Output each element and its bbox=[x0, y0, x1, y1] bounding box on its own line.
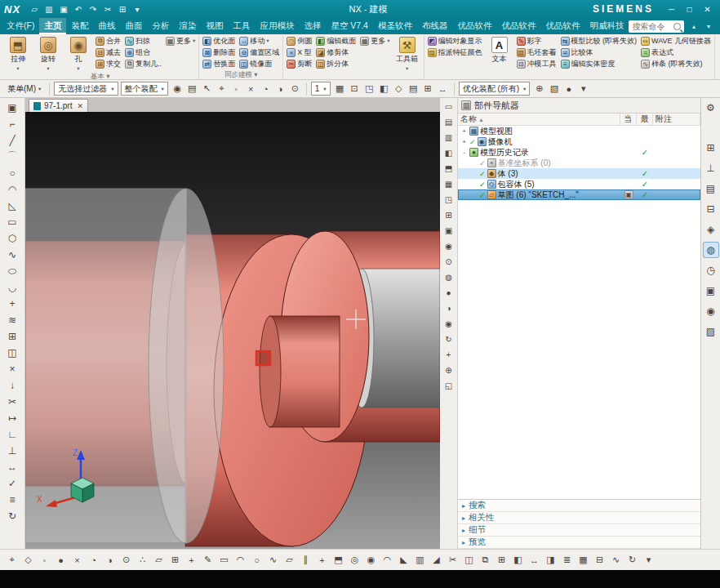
intersection-point-snap-icon[interactable]: × bbox=[69, 552, 85, 568]
open-icon[interactable]: ▥ bbox=[42, 2, 56, 16]
menu-tab-6[interactable]: 渲染 bbox=[174, 18, 201, 34]
layer-visible-icon[interactable]: ⬒ bbox=[442, 162, 456, 176]
viewport-3d[interactable]: Z X bbox=[25, 112, 440, 549]
work-view-icon[interactable]: ⊞ bbox=[442, 208, 456, 222]
customize-quick-access-icon[interactable]: ▾ bbox=[131, 2, 144, 16]
process-studio-icon[interactable]: ▣ bbox=[704, 283, 718, 298]
tree-expander-icon[interactable]: - bbox=[460, 149, 468, 156]
first-level-icon[interactable]: ▤ bbox=[407, 82, 420, 96]
part-navigator-icon[interactable]: ▤ bbox=[704, 181, 718, 196]
select-highlight-icon[interactable]: ◉ bbox=[171, 82, 184, 96]
control-point-snap-icon[interactable]: ● bbox=[53, 552, 69, 568]
quadrant-point-snap-icon[interactable]: ◑ bbox=[102, 552, 118, 568]
tab-close-icon[interactable]: ✕ bbox=[75, 102, 83, 110]
column-name[interactable]: 名称 ▲ bbox=[458, 114, 620, 125]
wireframe-mode-icon[interactable]: ◇ bbox=[392, 82, 406, 96]
snapshot-icon[interactable]: ▣ bbox=[442, 224, 456, 238]
minimize-ribbon-icon[interactable]: ▴ bbox=[687, 20, 700, 33]
close-button[interactable]: ✕ bbox=[699, 2, 716, 16]
graphics-viewport[interactable]: Z X bbox=[25, 112, 440, 549]
chamfer-tool-icon[interactable]: ◣ bbox=[396, 552, 411, 568]
intersection-point-icon[interactable]: × bbox=[5, 361, 20, 376]
pan-view-icon[interactable]: + bbox=[442, 348, 456, 362]
expression-button[interactable]: =表达式 bbox=[639, 47, 713, 58]
show-constraints-icon[interactable]: ✓ bbox=[5, 475, 20, 491]
quick-trim-icon[interactable]: ✂ bbox=[5, 394, 20, 409]
dialog-rail-icon[interactable]: ▥ bbox=[442, 131, 456, 145]
redo-icon[interactable]: ↷ bbox=[87, 2, 100, 16]
spline-tool-icon[interactable]: ∿ bbox=[265, 552, 281, 568]
edit-section-button[interactable]: ◧编辑截面 bbox=[314, 35, 358, 47]
existing-point-snap-icon[interactable]: ∴ bbox=[135, 552, 150, 568]
column-note[interactable]: 附注 bbox=[653, 114, 700, 125]
revolve-tool-icon[interactable]: ◎ bbox=[347, 552, 362, 568]
ribbon-options-icon[interactable]: ▾ bbox=[702, 20, 715, 33]
bounded-point-snap-icon[interactable]: + bbox=[184, 552, 199, 568]
visibility-check-icon[interactable]: ✓ bbox=[479, 159, 486, 167]
datum-axis-icon[interactable]: ∥ bbox=[298, 552, 313, 568]
selection-scope-dropdown[interactable]: 整个装配 ▾ bbox=[121, 82, 168, 96]
sweep-button[interactable]: ∿扫掠 bbox=[123, 35, 163, 47]
assembly-navigator-icon[interactable]: ⊞ bbox=[704, 140, 718, 155]
view-triad-icon[interactable]: ◳ bbox=[442, 193, 456, 207]
shaded-mode-icon[interactable]: ◧ bbox=[377, 82, 391, 96]
orient-view-icon[interactable]: ◳ bbox=[362, 82, 376, 96]
circle-tool-icon[interactable]: ○ bbox=[249, 552, 264, 568]
view-menu-icon[interactable]: ▦ bbox=[333, 82, 347, 96]
mirror-tool-icon[interactable]: ◧ bbox=[510, 552, 526, 568]
minimize-button[interactable]: ─ bbox=[663, 2, 680, 16]
clip-section-icon[interactable]: ◧ bbox=[442, 146, 456, 160]
node-datum-csys[interactable]: ✓+基准坐标系 (0) bbox=[458, 158, 700, 168]
subtract-button[interactable]: ⊟减去 bbox=[94, 47, 122, 58]
undo-icon[interactable]: ↶ bbox=[72, 2, 85, 16]
search-input[interactable] bbox=[632, 22, 671, 31]
reuse-library-icon[interactable]: ⊟ bbox=[704, 202, 718, 216]
split-body-tool-icon[interactable]: ◫ bbox=[461, 552, 477, 568]
intersection-snap-icon[interactable]: × bbox=[244, 82, 258, 96]
pattern-tool-icon[interactable]: ⊞ bbox=[494, 552, 509, 568]
mid-point-icon[interactable]: ◦ bbox=[229, 82, 243, 96]
constraint-settings-icon[interactable]: ≡ bbox=[5, 492, 20, 507]
gear-icon[interactable]: ⚙ bbox=[704, 100, 718, 115]
assign-feature-color-button[interactable]: ▨指派特征颜色 bbox=[426, 47, 484, 58]
cue-window-icon[interactable]: ▤ bbox=[442, 115, 456, 129]
split-body-button[interactable]: ◫拆分体 bbox=[314, 58, 358, 69]
window-cascade-icon[interactable]: ⊟ bbox=[592, 552, 607, 568]
render-style-icon[interactable]: ⊙ bbox=[442, 255, 456, 269]
zoom-view-icon[interactable]: ⊕ bbox=[442, 363, 456, 377]
command-search-box[interactable] bbox=[629, 20, 684, 33]
section-view-tool-icon[interactable]: ◨ bbox=[543, 552, 558, 568]
point-on-curve-snap-icon[interactable]: ⊙ bbox=[288, 82, 302, 96]
menu-tab-3[interactable]: 曲线 bbox=[93, 18, 120, 34]
quick-extend-icon[interactable]: ↦ bbox=[5, 410, 20, 425]
unite-button[interactable]: ⧉合并 bbox=[94, 35, 122, 47]
tree-expander-icon[interactable]: + bbox=[460, 127, 468, 135]
delete-face-button[interactable]: ⊠删除面 bbox=[201, 47, 237, 58]
mirror-face-button[interactable]: ◫镜像面 bbox=[238, 58, 281, 69]
document-tab[interactable]: 97-1.prt ✕ bbox=[29, 99, 88, 112]
arc-center-snap-icon[interactable]: ◔ bbox=[259, 82, 273, 96]
hd3d-tools-icon[interactable]: ◈ bbox=[704, 222, 718, 237]
pattern-curve-icon[interactable]: ⊞ bbox=[5, 328, 20, 344]
menu-tab-9[interactable]: 应用模块 bbox=[255, 18, 299, 34]
move-face-button[interactable]: ↔移动▾ bbox=[238, 35, 281, 47]
datum-plane-icon[interactable]: ▱ bbox=[282, 552, 297, 568]
work-layer-combo[interactable]: 1 ▾ bbox=[311, 82, 331, 96]
profile-icon[interactable]: ⌐ bbox=[5, 116, 20, 131]
break-button[interactable]: ✂剪断 bbox=[285, 58, 313, 69]
new-window-icon[interactable]: ⊞ bbox=[421, 82, 435, 96]
switch-window-icon[interactable]: ⊞ bbox=[116, 2, 129, 16]
section-search[interactable]: ▸搜索 bbox=[458, 500, 700, 512]
menu-tab-0[interactable]: 文件(F) bbox=[2, 18, 39, 34]
compare-body-button[interactable]: ≍比较体 bbox=[559, 47, 639, 58]
rectangle-icon[interactable]: ▭ bbox=[5, 214, 20, 229]
geometric-constraint-icon[interactable]: ⊥ bbox=[5, 443, 20, 458]
datum-csys-icon[interactable]: + bbox=[314, 552, 330, 568]
shadow-icon[interactable]: ◑ bbox=[442, 301, 456, 315]
light-icon[interactable]: ● bbox=[442, 286, 456, 300]
grid-display-icon[interactable]: ▦ bbox=[442, 177, 456, 191]
cursor-select-icon[interactable]: ↖ bbox=[200, 82, 214, 96]
column-current[interactable]: 当 bbox=[620, 114, 637, 125]
snap-point-toggle-icon[interactable]: ⌖ bbox=[4, 552, 20, 568]
sketch-tool-icon[interactable]: ✎ bbox=[200, 552, 216, 568]
